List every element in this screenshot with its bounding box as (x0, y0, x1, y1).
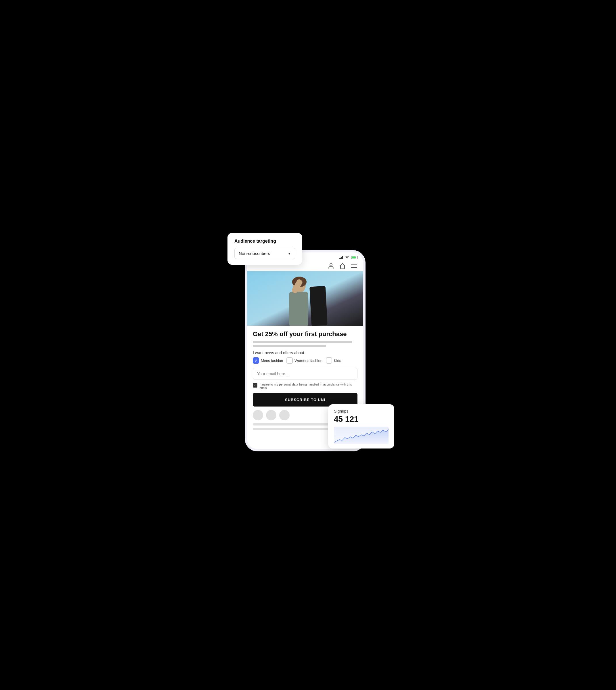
signups-number: 45 121 (334, 415, 389, 424)
kids-checkbox[interactable] (326, 357, 332, 364)
svg-point-0 (347, 258, 347, 259)
wifi-icon (345, 255, 349, 260)
svg-rect-2 (340, 265, 345, 269)
audience-targeting-card: Audience targeting Non-subscribers ▼ (227, 233, 302, 265)
battery-icon (351, 256, 357, 259)
mens-checkbox[interactable] (253, 357, 259, 364)
agree-checkbox[interactable] (253, 383, 257, 387)
bottom-circle-2 (266, 410, 277, 420)
hero-svg (247, 271, 363, 326)
audience-card-title: Audience targeting (234, 239, 295, 244)
svg-rect-9 (289, 292, 308, 326)
audience-dropdown-value: Non-subscribers (239, 251, 270, 256)
checkbox-womens[interactable]: Womens fashion (286, 357, 322, 364)
kids-label: Kids (334, 358, 341, 363)
agree-text: I agree to my personal data being handle… (260, 383, 357, 389)
womens-label: Womens fashion (294, 358, 322, 363)
checkbox-group: Mens fashion Womens fashion Kids (253, 357, 357, 364)
audience-dropdown[interactable]: Non-subscribers ▼ (234, 248, 295, 259)
svg-point-1 (330, 264, 332, 266)
main-heading: Get 25% off your first purchase (253, 330, 357, 338)
chevron-down-icon: ▼ (288, 251, 291, 255)
bag-icon[interactable] (339, 263, 346, 269)
text-placeholder-2 (253, 345, 326, 347)
mens-label: Mens fashion (261, 358, 283, 363)
menu-icon[interactable] (351, 263, 357, 269)
bottom-circle-3 (279, 410, 290, 420)
womens-checkbox[interactable] (286, 357, 293, 364)
checkbox-mens[interactable]: Mens fashion (253, 357, 283, 364)
chart-background (334, 427, 389, 444)
signups-label: Signups (334, 409, 389, 414)
checkbox-kids[interactable]: Kids (326, 357, 341, 364)
bottom-bar-2 (253, 428, 331, 430)
scene: Audience targeting Non-subscribers ▼ (227, 233, 389, 457)
agree-row: I agree to my personal data being handle… (253, 383, 357, 389)
signal-icon (339, 256, 343, 259)
battery-fill (352, 257, 356, 259)
text-placeholder-1 (253, 341, 352, 343)
section-label: I want news and offers about... (253, 351, 357, 355)
user-icon[interactable] (328, 263, 334, 269)
email-input[interactable] (253, 368, 357, 380)
signups-card: Signups 45 121 (328, 404, 394, 448)
signups-chart (334, 427, 389, 444)
hero-image (247, 271, 363, 326)
svg-rect-10 (309, 286, 328, 326)
bottom-circle-1 (253, 410, 263, 420)
